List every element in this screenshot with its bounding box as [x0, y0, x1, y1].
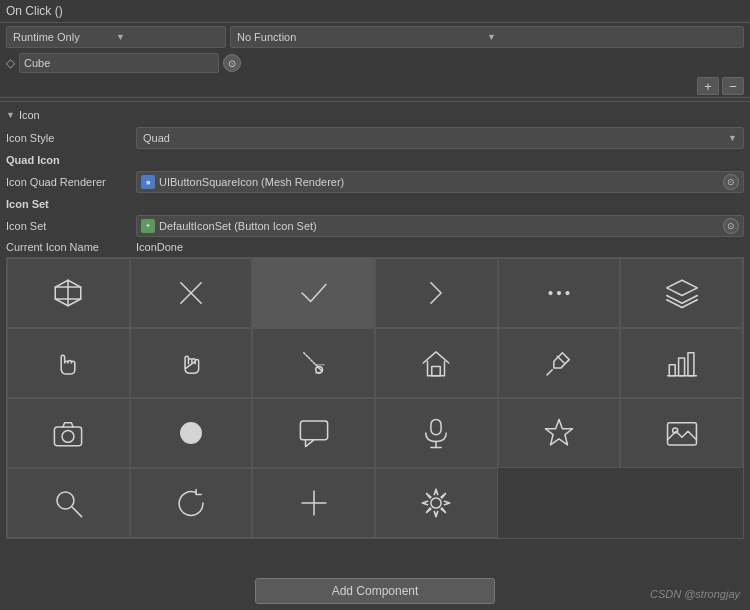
- icon-style-label: Icon Style: [6, 132, 136, 144]
- icon-quad-renderer-label: Icon Quad Renderer: [6, 176, 136, 188]
- hand-stop-icon: [174, 346, 208, 380]
- icon-style-arrow-icon: ▼: [728, 133, 737, 143]
- collapse-icon: ▼: [6, 110, 15, 120]
- cube-row: ◇ Cube ⊙: [0, 51, 750, 75]
- icon-cell-check[interactable]: [252, 258, 375, 328]
- icon-cell-close[interactable]: [130, 258, 253, 328]
- icon-set-text: DefaultIconSet (Button Icon Set): [159, 220, 719, 232]
- icon-set-value[interactable]: ✦ DefaultIconSet (Button Icon Set) ⊙: [136, 215, 744, 237]
- current-icon-name-label: Current Icon Name: [6, 241, 136, 253]
- svg-marker-26: [545, 419, 572, 445]
- image-icon: [665, 416, 699, 450]
- icon-cell-cube[interactable]: [7, 258, 130, 328]
- star-icon: [542, 416, 576, 450]
- icon-cell-search[interactable]: [7, 468, 130, 538]
- svg-rect-27: [667, 423, 696, 445]
- cube-label: Cube: [24, 57, 50, 69]
- icon-set-label: Icon Set: [6, 220, 136, 232]
- remove-btn[interactable]: −: [722, 77, 744, 95]
- icon-cell-plus[interactable]: [252, 468, 375, 538]
- chevron-right-icon: [419, 276, 453, 310]
- icon-cell-star[interactable]: [498, 398, 621, 468]
- icon-style-row: Icon Style Quad ▼: [0, 125, 750, 151]
- quad-renderer-target-icon[interactable]: ⊙: [723, 174, 739, 190]
- icon-cell-camera[interactable]: [7, 398, 130, 468]
- icon-cell-chart[interactable]: [620, 328, 743, 398]
- icon-set-target-icon[interactable]: ⊙: [723, 218, 739, 234]
- icons-grid: [6, 257, 744, 539]
- svg-point-8: [565, 291, 569, 295]
- icon-cell-hand-stop[interactable]: [130, 328, 253, 398]
- svg-rect-17: [688, 353, 694, 376]
- icon-cell-layers[interactable]: [620, 258, 743, 328]
- quad-renderer-text: UIButtonSquareIcon (Mesh Renderer): [159, 176, 719, 188]
- onclick-header: On Click (): [0, 0, 750, 23]
- svg-rect-23: [431, 419, 441, 434]
- home-icon: [419, 346, 453, 380]
- cursor-icon: [297, 346, 331, 380]
- icon-cell-home[interactable]: [375, 328, 498, 398]
- icon-cell-circle[interactable]: [130, 398, 253, 468]
- icon-cell-cursor[interactable]: [252, 328, 375, 398]
- icon-cell-refresh[interactable]: [130, 468, 253, 538]
- icon-cell-gear[interactable]: [375, 468, 498, 538]
- search-icon: [51, 486, 85, 520]
- svg-marker-9: [666, 280, 697, 295]
- icon-cell-mic[interactable]: [375, 398, 498, 468]
- function-label: No Function: [237, 31, 487, 43]
- plus-icon: [297, 486, 331, 520]
- cube-icon: [51, 276, 85, 310]
- icon-set-obj-icon: ✦: [141, 219, 155, 233]
- onclick-label: On Click (): [6, 4, 63, 18]
- mesh-renderer-icon: ■: [141, 175, 155, 189]
- svg-point-20: [62, 430, 74, 442]
- svg-point-29: [57, 492, 74, 509]
- camera-icon: [51, 416, 85, 450]
- function-arrow-icon: ▼: [487, 32, 737, 42]
- svg-line-13: [547, 370, 552, 375]
- svg-rect-12: [432, 366, 441, 375]
- svg-point-7: [557, 291, 561, 295]
- chart-icon: [665, 346, 699, 380]
- cube-input[interactable]: Cube: [19, 53, 219, 73]
- add-component-row: Add Component: [0, 572, 750, 610]
- runtime-select[interactable]: Runtime Only ▼: [6, 26, 226, 48]
- gear-icon: [419, 486, 453, 520]
- icon-section-label: Icon: [19, 109, 40, 121]
- icon-cell-pin[interactable]: [498, 328, 621, 398]
- icon-style-select[interactable]: Quad ▼: [136, 127, 744, 149]
- icon-cell-hand-open[interactable]: [7, 328, 130, 398]
- current-icon-name-row: Current Icon Name IconDone: [0, 239, 750, 255]
- hand-open-icon: [51, 346, 85, 380]
- svg-point-33: [431, 498, 441, 508]
- icon-cell-chevron-right[interactable]: [375, 258, 498, 328]
- icon-set-row: Icon Set ✦ DefaultIconSet (Button Icon S…: [0, 213, 750, 239]
- icon-cell-chat[interactable]: [252, 398, 375, 468]
- icon-style-value: Quad: [143, 132, 728, 144]
- quad-icon-group-label: Quad Icon: [0, 151, 750, 169]
- svg-line-14: [557, 356, 564, 363]
- add-btn[interactable]: +: [697, 77, 719, 95]
- function-select[interactable]: No Function ▼: [230, 26, 744, 48]
- icon-quad-renderer-value[interactable]: ■ UIButtonSquareIcon (Mesh Renderer) ⊙: [136, 171, 744, 193]
- icon-cell-dots[interactable]: [498, 258, 621, 328]
- chat-icon: [297, 416, 331, 450]
- runtime-arrow-icon: ▼: [116, 32, 219, 42]
- svg-rect-22: [300, 421, 327, 440]
- refresh-icon: [174, 486, 208, 520]
- layers-icon: [665, 276, 699, 310]
- cube-target-btn[interactable]: ⊙: [223, 54, 241, 72]
- icon-quad-renderer-row: Icon Quad Renderer ■ UIButtonSquareIcon …: [0, 169, 750, 195]
- icon-cell-image[interactable]: [620, 398, 743, 468]
- pin-icon: [542, 346, 576, 380]
- svg-rect-15: [669, 365, 675, 376]
- cube-diamond-icon: ◇: [6, 56, 15, 70]
- current-icon-name-value: IconDone: [136, 241, 744, 253]
- add-component-button[interactable]: Add Component: [255, 578, 495, 604]
- icon-section-header: ▼ Icon: [0, 105, 750, 125]
- svg-point-6: [548, 291, 552, 295]
- svg-rect-16: [678, 358, 684, 376]
- svg-line-30: [73, 507, 82, 516]
- plus-minus-row: + −: [0, 75, 750, 98]
- close-icon: [174, 276, 208, 310]
